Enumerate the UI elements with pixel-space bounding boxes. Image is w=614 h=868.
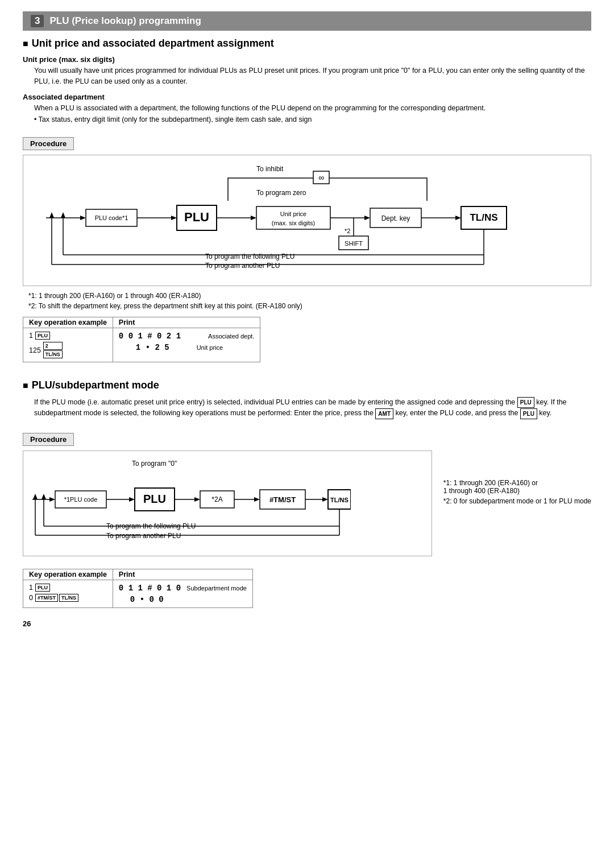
section-title: PLU (Price lookup) programming bbox=[49, 15, 201, 27]
print-col: Print 0 0 1 # 0 2 1 Associated dept. 1 •… bbox=[113, 317, 261, 362]
svg-text:Unit price: Unit price bbox=[280, 210, 306, 217]
svg-text:*1PLU code: *1PLU code bbox=[64, 496, 98, 503]
procedure-label-2: Procedure bbox=[23, 433, 74, 446]
amt-inline-key: AMT bbox=[375, 408, 393, 419]
diagram2-footnotes: *1: 1 through 200 (ER-A160) or 1 through… bbox=[443, 479, 591, 505]
svg-text:#TM/ST: #TM/ST bbox=[269, 495, 296, 504]
print-header-2: Print bbox=[113, 569, 252, 580]
page-number: 26 bbox=[23, 619, 591, 628]
diagram2-fn1b: 1 through 400 (ER-A180) bbox=[443, 487, 591, 495]
svg-marker-9 bbox=[171, 216, 177, 220]
key-op-val1: 1 bbox=[29, 332, 33, 340]
svg-marker-45 bbox=[129, 497, 135, 502]
svg-text:PLU: PLU bbox=[184, 210, 209, 224]
print-row2: 1 • 2 5 bbox=[136, 343, 169, 352]
svg-text:PLU: PLU bbox=[143, 493, 166, 505]
plu-inline-key: PLU bbox=[517, 397, 534, 408]
tmst-small-key: #TM/ST bbox=[35, 594, 58, 602]
diagram-2-svg: To program "0" *1PLU code PLU *2A bbox=[32, 457, 351, 545]
print-col-2: Print 0 1 1 # 0 1 0 Subdepartment mode 0… bbox=[113, 569, 253, 608]
plu-small-key: PLU bbox=[35, 332, 50, 340]
print-body: 0 0 1 # 0 2 1 Associated dept. 1 • 2 5 U… bbox=[113, 328, 260, 356]
subsection2-title: PLU/subdepartment mode bbox=[23, 379, 591, 391]
svg-text:TL/NS: TL/NS bbox=[330, 497, 349, 503]
svg-marker-64 bbox=[42, 494, 46, 499]
svg-marker-41 bbox=[49, 497, 55, 502]
svg-marker-33 bbox=[61, 212, 65, 218]
plu-small-key-2: PLU bbox=[35, 584, 50, 592]
svg-text:To program the following PLU: To program the following PLU bbox=[205, 253, 294, 261]
section-number: 3 bbox=[31, 15, 44, 27]
svg-text:*2: *2 bbox=[345, 228, 350, 234]
key-op2-val2: 0 bbox=[29, 594, 33, 602]
assoc-dept-heading: Associated department bbox=[23, 93, 591, 101]
tlns-small-key: TL/NS bbox=[43, 350, 63, 358]
svg-marker-69 bbox=[33, 494, 38, 499]
key-op-body-2: 1 PLU 0 #TM/ST TL/NS bbox=[23, 580, 113, 605]
svg-text:*2A: *2A bbox=[211, 495, 222, 503]
print2-row1: 0 1 1 # 0 1 0 bbox=[119, 584, 181, 593]
print2-label1: Subdepartment mode bbox=[186, 585, 247, 592]
svg-text:SHIFT: SHIFT bbox=[345, 240, 363, 247]
svg-text:To program zero: To program zero bbox=[256, 189, 306, 197]
diagram-1: To inhibit ∞ To program zero PLU code*1 … bbox=[23, 155, 591, 286]
key-op-header-2: Key operation example bbox=[23, 569, 113, 580]
print-unit-label: Unit price bbox=[197, 344, 223, 351]
key-op-val2: 125 bbox=[29, 346, 41, 354]
svg-text:TL/NS: TL/NS bbox=[470, 212, 497, 223]
unit-price-heading: Unit price (max. six digits) bbox=[23, 55, 591, 64]
subsection2-body: If the PLU mode (i.e. automatic preset u… bbox=[34, 397, 591, 419]
svg-text:To inhibit: To inhibit bbox=[256, 165, 284, 173]
unit-price-text: You will usually have unit prices progra… bbox=[34, 65, 591, 87]
diagram-2: To program "0" *1PLU code PLU *2A bbox=[23, 450, 432, 556]
plu-inline-key2: PLU bbox=[520, 408, 537, 419]
svg-marker-26 bbox=[455, 216, 461, 220]
example-table-1: Key operation example 1 PLU 125 2 TL/NS … bbox=[23, 317, 591, 362]
footnote1-2: *2: To shift the department key, press t… bbox=[28, 302, 591, 310]
svg-marker-49 bbox=[194, 497, 200, 502]
key-op-col-2: Key operation example 1 PLU 0 #TM/ST TL/… bbox=[23, 569, 113, 608]
footnote1-1: *1: 1 through 200 (ER-A160) or 1 through… bbox=[28, 292, 591, 300]
svg-text:Dept. key: Dept. key bbox=[381, 214, 410, 222]
svg-marker-5 bbox=[80, 216, 86, 220]
print-body-2: 0 1 1 # 0 1 0 Subdepartment mode 0 • 0 0 bbox=[113, 580, 252, 607]
procedure-label-1: Procedure bbox=[23, 137, 74, 150]
diagram-1-svg: To inhibit ∞ To program zero PLU code*1 … bbox=[35, 161, 546, 275]
diagram2-fn2: *2: 0 for subdepartment mode or 1 for PL… bbox=[443, 497, 591, 505]
tlns-small-key-2: TL/NS bbox=[59, 594, 78, 602]
svg-text:To program another PLU: To program another PLU bbox=[106, 532, 181, 540]
svg-text:(max. six digits): (max. six digits) bbox=[272, 220, 315, 226]
svg-text:∞: ∞ bbox=[318, 173, 324, 182]
svg-text:To program "0": To program "0" bbox=[132, 460, 177, 468]
key-op-col: Key operation example 1 PLU 125 2 TL/NS bbox=[23, 317, 113, 362]
diagram2-fn1: *1: 1 through 200 (ER-A160) or bbox=[443, 479, 591, 487]
subsection1-title: Unit price and associated department ass… bbox=[23, 38, 591, 49]
print-assoc-label: Associated dept. bbox=[208, 333, 254, 340]
svg-marker-53 bbox=[254, 497, 260, 502]
assoc-dept-text: When a PLU is associated with a departme… bbox=[34, 103, 591, 114]
print2-row2: 0 • 0 0 bbox=[130, 595, 164, 604]
section-header: 3 PLU (Price lookup) programming bbox=[23, 11, 591, 31]
key-op-header: Key operation example bbox=[23, 317, 113, 328]
print-header: Print bbox=[113, 317, 260, 328]
key-op-2-small: 2 bbox=[43, 342, 63, 350]
example-table-2: Key operation example 1 PLU 0 #TM/ST TL/… bbox=[23, 569, 591, 608]
svg-marker-13 bbox=[251, 216, 256, 220]
print-row1: 0 0 1 # 0 2 1 bbox=[119, 332, 181, 341]
svg-text:To program another PLU: To program another PLU bbox=[205, 262, 280, 270]
svg-marker-57 bbox=[322, 497, 328, 502]
key-op2-val1: 1 bbox=[29, 584, 33, 592]
key-op-body: 1 PLU 125 2 TL/NS bbox=[23, 328, 113, 362]
svg-text:PLU code*1: PLU code*1 bbox=[95, 214, 128, 221]
svg-marker-18 bbox=[364, 216, 370, 220]
assoc-dept-bullet: • Tax status, entry digit limit (only fo… bbox=[34, 115, 591, 123]
svg-marker-38 bbox=[49, 212, 54, 218]
